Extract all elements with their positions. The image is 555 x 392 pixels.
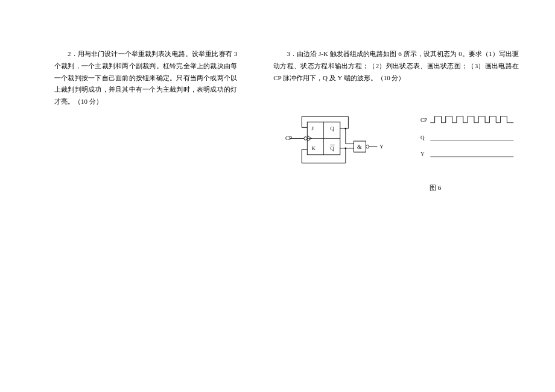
wave-cp-label: CP bbox=[420, 117, 427, 123]
wave-q-label: Q bbox=[420, 134, 425, 141]
page-container: 2．用与非门设计一个举重裁判表决电路。设举重比赛有 3 个裁判，一个主裁判和两个… bbox=[0, 0, 555, 392]
wave-y-label: Y bbox=[420, 151, 425, 157]
circuit-diagram: J K Q Q CP bbox=[285, 108, 384, 174]
svg-point-19 bbox=[345, 148, 347, 150]
label-y: Y bbox=[379, 144, 384, 150]
left-column: 2．用与非门设计一个举重裁判表决电路。设举重比赛有 3 个裁判，一个主裁判和两个… bbox=[0, 0, 255, 392]
diagram-area: J K Q Q CP bbox=[273, 108, 519, 174]
svg-point-21 bbox=[366, 145, 369, 148]
waveform-diagram: CP Q Y bbox=[420, 108, 519, 168]
svg-point-4 bbox=[304, 137, 307, 140]
question-3-text: 3．由边沿 J-K 触发器组成的电路如图 6 所示，设其初态为 0。要求（1）写… bbox=[273, 48, 519, 84]
label-j: J bbox=[312, 125, 314, 131]
label-k: K bbox=[312, 146, 316, 152]
svg-point-14 bbox=[345, 128, 347, 130]
right-column: 3．由边沿 J-K 触发器组成的电路如图 6 所示，设其初态为 0。要求（1）写… bbox=[255, 0, 555, 392]
question-2-text: 2．用与非门设计一个举重裁判表决电路。设举重比赛有 3 个裁判，一个主裁判和两个… bbox=[54, 48, 237, 108]
label-cp: CP bbox=[285, 136, 292, 142]
label-and: & bbox=[357, 144, 362, 150]
label-q: Q bbox=[331, 125, 335, 131]
label-qbar: Q bbox=[331, 146, 335, 152]
figure-caption: 图 6 bbox=[273, 183, 519, 192]
